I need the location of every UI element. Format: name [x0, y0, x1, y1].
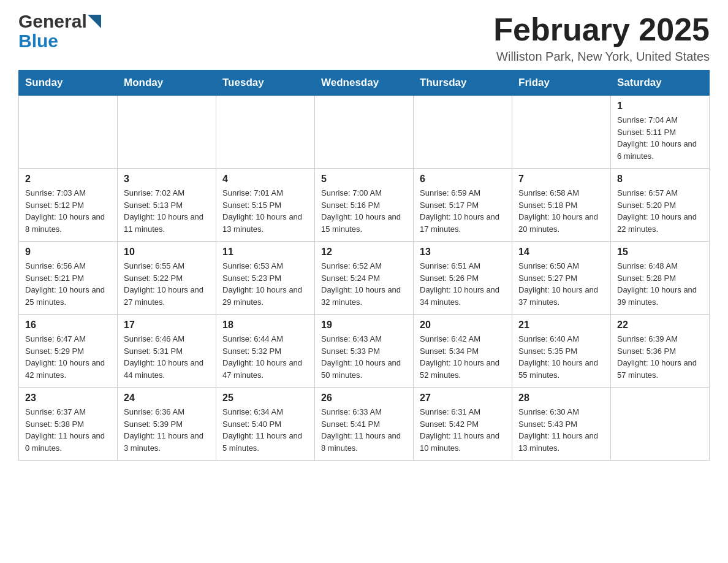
calendar-week-row: 16Sunrise: 6:47 AMSunset: 5:29 PMDayligh…	[19, 315, 710, 388]
day-info: Sunrise: 7:04 AMSunset: 5:11 PMDaylight:…	[617, 114, 703, 162]
day-number: 12	[321, 247, 407, 258]
day-number: 26	[321, 393, 407, 404]
calendar-cell	[611, 388, 710, 461]
day-number: 4	[222, 174, 308, 185]
calendar-cell: 7Sunrise: 6:58 AMSunset: 5:18 PMDaylight…	[512, 169, 611, 242]
day-number: 18	[222, 320, 308, 331]
day-info: Sunrise: 6:56 AMSunset: 5:21 PMDaylight:…	[25, 260, 111, 308]
day-info: Sunrise: 6:50 AMSunset: 5:27 PMDaylight:…	[518, 260, 604, 308]
calendar-cell	[315, 96, 414, 169]
day-info: Sunrise: 6:55 AMSunset: 5:22 PMDaylight:…	[124, 260, 210, 308]
header-wednesday: Wednesday	[315, 71, 414, 96]
day-info: Sunrise: 6:44 AMSunset: 5:32 PMDaylight:…	[222, 333, 308, 381]
calendar-cell: 20Sunrise: 6:42 AMSunset: 5:34 PMDayligh…	[414, 315, 512, 388]
day-info: Sunrise: 6:37 AMSunset: 5:38 PMDaylight:…	[25, 406, 111, 454]
day-number: 2	[25, 174, 111, 185]
day-info: Sunrise: 6:40 AMSunset: 5:35 PMDaylight:…	[518, 333, 604, 381]
calendar-cell: 17Sunrise: 6:46 AMSunset: 5:31 PMDayligh…	[118, 315, 216, 388]
calendar-cell: 25Sunrise: 6:34 AMSunset: 5:40 PMDayligh…	[216, 388, 315, 461]
calendar-cell	[19, 96, 118, 169]
day-number: 21	[518, 320, 604, 331]
day-number: 5	[321, 174, 407, 185]
day-number: 13	[420, 247, 506, 258]
calendar-cell: 1Sunrise: 7:04 AMSunset: 5:11 PMDaylight…	[611, 96, 710, 169]
logo-general-text: General	[18, 12, 87, 31]
header-row: Sunday Monday Tuesday Wednesday Thursday…	[19, 71, 710, 96]
title-area: February 2025 Williston Park, New York, …	[493, 12, 710, 64]
calendar-cell: 24Sunrise: 6:36 AMSunset: 5:39 PMDayligh…	[118, 388, 216, 461]
day-number: 1	[617, 101, 703, 112]
calendar-week-row: 2Sunrise: 7:03 AMSunset: 5:12 PMDaylight…	[19, 169, 710, 242]
calendar-cell: 8Sunrise: 6:57 AMSunset: 5:20 PMDaylight…	[611, 169, 710, 242]
calendar-week-row: 9Sunrise: 6:56 AMSunset: 5:21 PMDaylight…	[19, 242, 710, 315]
day-number: 10	[124, 247, 210, 258]
header-monday: Monday	[118, 71, 216, 96]
calendar-cell: 6Sunrise: 6:59 AMSunset: 5:17 PMDaylight…	[414, 169, 512, 242]
location-text: Williston Park, New York, United States	[493, 50, 710, 64]
header-friday: Friday	[512, 71, 611, 96]
day-number: 20	[420, 320, 506, 331]
calendar-cell: 3Sunrise: 7:02 AMSunset: 5:13 PMDaylight…	[118, 169, 216, 242]
calendar-cell	[512, 96, 611, 169]
day-number: 6	[420, 174, 506, 185]
calendar-cell: 23Sunrise: 6:37 AMSunset: 5:38 PMDayligh…	[19, 388, 118, 461]
calendar-cell: 5Sunrise: 7:00 AMSunset: 5:16 PMDaylight…	[315, 169, 414, 242]
day-info: Sunrise: 6:34 AMSunset: 5:40 PMDaylight:…	[222, 406, 308, 454]
calendar-cell: 9Sunrise: 6:56 AMSunset: 5:21 PMDaylight…	[19, 242, 118, 315]
calendar-cell: 18Sunrise: 6:44 AMSunset: 5:32 PMDayligh…	[216, 315, 315, 388]
calendar-cell	[414, 96, 512, 169]
day-info: Sunrise: 6:43 AMSunset: 5:33 PMDaylight:…	[321, 333, 407, 381]
day-number: 9	[25, 247, 111, 258]
day-number: 19	[321, 320, 407, 331]
day-info: Sunrise: 7:00 AMSunset: 5:16 PMDaylight:…	[321, 187, 407, 235]
day-number: 28	[518, 393, 604, 404]
day-number: 15	[617, 247, 703, 258]
logo-blue-text: Blue	[18, 31, 58, 51]
day-info: Sunrise: 6:31 AMSunset: 5:42 PMDaylight:…	[420, 406, 506, 454]
day-number: 16	[25, 320, 111, 331]
day-number: 11	[222, 247, 308, 258]
day-info: Sunrise: 6:30 AMSunset: 5:43 PMDaylight:…	[518, 406, 604, 454]
calendar-cell: 26Sunrise: 6:33 AMSunset: 5:41 PMDayligh…	[315, 388, 414, 461]
calendar-cell: 22Sunrise: 6:39 AMSunset: 5:36 PMDayligh…	[611, 315, 710, 388]
day-info: Sunrise: 6:53 AMSunset: 5:23 PMDaylight:…	[222, 260, 308, 308]
page-header: General Blue February 2025 Williston Par…	[18, 12, 710, 64]
day-info: Sunrise: 6:59 AMSunset: 5:17 PMDaylight:…	[420, 187, 506, 235]
logo: General Blue	[18, 12, 101, 52]
day-info: Sunrise: 7:03 AMSunset: 5:12 PMDaylight:…	[25, 187, 111, 235]
day-number: 25	[222, 393, 308, 404]
calendar-cell: 28Sunrise: 6:30 AMSunset: 5:43 PMDayligh…	[512, 388, 611, 461]
header-thursday: Thursday	[414, 71, 512, 96]
calendar-cell: 2Sunrise: 7:03 AMSunset: 5:12 PMDaylight…	[19, 169, 118, 242]
calendar-week-row: 1Sunrise: 7:04 AMSunset: 5:11 PMDaylight…	[19, 96, 710, 169]
calendar-cell: 13Sunrise: 6:51 AMSunset: 5:26 PMDayligh…	[414, 242, 512, 315]
calendar-cell: 4Sunrise: 7:01 AMSunset: 5:15 PMDaylight…	[216, 169, 315, 242]
day-number: 7	[518, 174, 604, 185]
day-number: 22	[617, 320, 703, 331]
day-info: Sunrise: 6:48 AMSunset: 5:28 PMDaylight:…	[617, 260, 703, 308]
calendar-cell: 12Sunrise: 6:52 AMSunset: 5:24 PMDayligh…	[315, 242, 414, 315]
day-info: Sunrise: 6:39 AMSunset: 5:36 PMDaylight:…	[617, 333, 703, 381]
day-info: Sunrise: 6:47 AMSunset: 5:29 PMDaylight:…	[25, 333, 111, 381]
calendar-body: 1Sunrise: 7:04 AMSunset: 5:11 PMDaylight…	[19, 96, 710, 461]
day-info: Sunrise: 6:36 AMSunset: 5:39 PMDaylight:…	[124, 406, 210, 454]
day-number: 14	[518, 247, 604, 258]
logo-triangle-icon	[88, 15, 101, 28]
header-sunday: Sunday	[19, 71, 118, 96]
day-number: 24	[124, 393, 210, 404]
day-number: 27	[420, 393, 506, 404]
calendar-cell: 19Sunrise: 6:43 AMSunset: 5:33 PMDayligh…	[315, 315, 414, 388]
calendar-cell: 21Sunrise: 6:40 AMSunset: 5:35 PMDayligh…	[512, 315, 611, 388]
calendar-cell: 10Sunrise: 6:55 AMSunset: 5:22 PMDayligh…	[118, 242, 216, 315]
calendar-cell: 16Sunrise: 6:47 AMSunset: 5:29 PMDayligh…	[19, 315, 118, 388]
day-info: Sunrise: 6:42 AMSunset: 5:34 PMDaylight:…	[420, 333, 506, 381]
calendar-cell: 14Sunrise: 6:50 AMSunset: 5:27 PMDayligh…	[512, 242, 611, 315]
day-number: 17	[124, 320, 210, 331]
day-number: 23	[25, 393, 111, 404]
calendar-cell: 15Sunrise: 6:48 AMSunset: 5:28 PMDayligh…	[611, 242, 710, 315]
day-info: Sunrise: 7:02 AMSunset: 5:13 PMDaylight:…	[124, 187, 210, 235]
calendar-cell: 27Sunrise: 6:31 AMSunset: 5:42 PMDayligh…	[414, 388, 512, 461]
calendar-header: Sunday Monday Tuesday Wednesday Thursday…	[19, 71, 710, 96]
header-saturday: Saturday	[611, 71, 710, 96]
day-info: Sunrise: 7:01 AMSunset: 5:15 PMDaylight:…	[222, 187, 308, 235]
